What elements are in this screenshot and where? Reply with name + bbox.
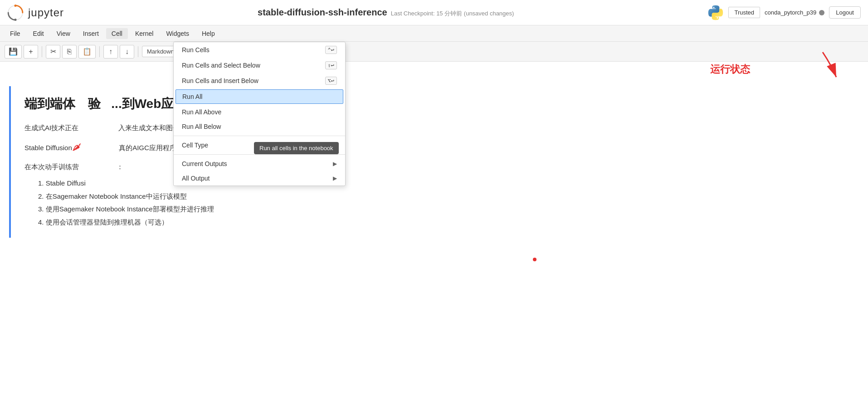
dropdown-run-cells[interactable]: Run Cells ⌃↩ [174, 42, 345, 58]
trusted-button[interactable]: Trusted [728, 7, 760, 18]
list-item-3: 3. 使用Sagemaker Notebook Instance部署模型并进行推… [38, 203, 845, 216]
top-right-controls: Trusted conda_pytorch_p39 Logout [707, 5, 861, 21]
move-down-button[interactable]: ↓ [120, 45, 134, 59]
run-cells-insert-below-kbd: ⌥↩ [325, 77, 337, 85]
menu-bar: File Edit View Insert Cell Kernel Widget… [0, 25, 868, 42]
menu-insert[interactable]: Insert [78, 28, 104, 39]
kernel-info: conda_pytorch_p39 [765, 9, 824, 16]
copy-button[interactable]: ⎘ [62, 45, 77, 59]
toolbar-separator-2 [99, 46, 100, 57]
python-logo-icon [707, 5, 724, 21]
list-item-2: 2. 在Sagemaker Notebook Instance中运行该模型 [38, 190, 845, 203]
cell-list: 1. Stable Diffusi 2. 在Sagemaker Notebook… [38, 177, 845, 229]
toolbar: 💾 + ✂ ⎘ 📋 ↑ ↓ Markdown Code Raw ▾ ⌨ nbdi… [0, 42, 868, 62]
run-cells-label: Run Cells [182, 46, 210, 54]
menu-edit[interactable]: Edit [28, 28, 49, 39]
jupyter-logo-icon [7, 5, 24, 21]
logo-area: jupyter [7, 5, 64, 21]
run-all-below-label: Run All Below [182, 123, 221, 130]
dropdown-run-all[interactable]: Run All [176, 89, 343, 104]
menu-view[interactable]: View [51, 28, 76, 39]
menu-help[interactable]: Help [196, 28, 220, 39]
dropdown-current-outputs[interactable]: Current Outputs ▶ [174, 157, 345, 171]
current-outputs-label: Current Outputs [182, 160, 227, 167]
run-cells-insert-below-label: Run Cells and Insert Below [182, 77, 258, 84]
notebook-cell: 端到端体验验......到Web应用 生成式AI技术正在 入来生成文本和图像。本… [9, 86, 859, 238]
cell-para1: 生成式AI技术正在 入来生成文本和图像。本次动手训练营将采用Stable Dif… [24, 120, 845, 134]
kernel-status-dot [819, 10, 824, 15]
all-output-label: All Output [182, 175, 210, 182]
run-all-label: Run All [182, 93, 202, 100]
cell-para2: Stable Diffusion🌶 真的AIGC应用程序。 [24, 140, 845, 154]
list-item-1: 1. Stable Diffusi [38, 177, 845, 190]
kernel-name-label: conda_pytorch_p39 [765, 9, 816, 16]
top-bar: jupyter stable-diffusion-ssh-inference L… [0, 0, 868, 25]
all-output-arrow-icon: ▶ [333, 175, 337, 181]
move-up-button[interactable]: ↑ [103, 45, 118, 59]
toolbar-separator-3 [138, 46, 138, 57]
svg-point-2 [14, 18, 16, 20]
cell-para3: 在本次动手训练营 ： [24, 161, 845, 172]
jupyter-wordmark: jupyter [28, 6, 64, 19]
cell-type-label: Cell Type [182, 142, 208, 149]
current-outputs-arrow-icon: ▶ [333, 161, 337, 167]
add-cell-button[interactable]: + [24, 45, 38, 59]
save-button[interactable]: 💾 [5, 45, 22, 59]
cell-heading: 端到端体验验......到Web应用 [24, 95, 845, 113]
dropdown-run-cells-insert-below[interactable]: Run Cells and Insert Below ⌥↩ [174, 73, 345, 88]
dropdown-sep-2 [174, 154, 345, 155]
menu-file[interactable]: File [5, 28, 26, 39]
svg-point-1 [14, 5, 16, 7]
dropdown-run-all-above[interactable]: Run All Above [174, 105, 345, 119]
checkpoint-info: Last Checkpoint: 15 分钟前 (unsaved changes… [391, 10, 514, 18]
run-all-above-label: Run All Above [182, 108, 221, 116]
logout-button[interactable]: Logout [829, 6, 861, 19]
notebook-name: stable-diffusion-ssh-inference [258, 7, 387, 18]
dropdown-run-cells-select-below[interactable]: Run Cells and Select Below ⇧↩ [174, 58, 345, 73]
run-cells-select-below-kbd: ⇧↩ [325, 61, 337, 69]
run-cells-select-below-label: Run Cells and Select Below [182, 62, 260, 69]
dropdown-sep-1 [174, 136, 345, 136]
small-red-dot [533, 258, 536, 261]
run-state-text: 运行状态 [710, 64, 750, 75]
dropdown-run-all-below[interactable]: Run All Below [174, 119, 345, 134]
run-all-tooltip: Run all cells in the notebook [254, 142, 339, 154]
menu-kernel[interactable]: Kernel [130, 28, 159, 39]
main-content: 端到端体验验......到Web应用 生成式AI技术正在 入来生成文本和图像。本… [0, 82, 868, 411]
cut-button[interactable]: ✂ [46, 45, 60, 59]
run-state-annotation: 运行状态 [710, 63, 750, 76]
cell-dropdown-menu: Run Cells ⌃↩ Run Cells and Select Below … [173, 42, 346, 186]
menu-widgets[interactable]: Widgets [161, 28, 195, 39]
notebook-title-area: stable-diffusion-ssh-inference Last Chec… [258, 7, 514, 18]
run-cells-kbd: ⌃↩ [325, 46, 337, 54]
paste-button[interactable]: 📋 [78, 45, 96, 59]
dropdown-all-output[interactable]: All Output ▶ [174, 171, 345, 186]
list-item-4: 4. 使用会话管理器登陆到推理机器（可选） [38, 216, 845, 229]
toolbar-separator-1 [42, 46, 42, 57]
menu-cell[interactable]: Cell [106, 28, 128, 39]
